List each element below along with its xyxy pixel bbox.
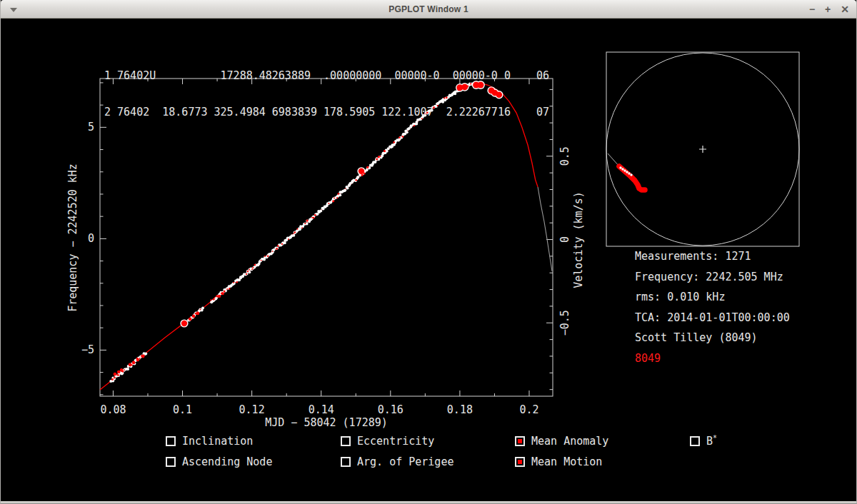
tca-value: TCA: 2014-01-01T00:00:00 xyxy=(635,312,790,325)
svg-text:5: 5 xyxy=(88,121,94,133)
observer-name: Scott Tilley (8049) xyxy=(635,332,758,345)
sky-track-point xyxy=(621,168,623,170)
tle-line-1: 1 76402U 17288.48263889 .00000000 00000-… xyxy=(104,70,549,82)
svg-text:0.16: 0.16 xyxy=(378,403,404,416)
minimize-button[interactable]: − xyxy=(809,0,815,19)
control-eccentricity[interactable]: Eccentricity xyxy=(341,435,434,448)
checkbox-label-mean-motion: Mean Motion xyxy=(531,455,602,468)
close-button[interactable]: ✕ xyxy=(841,0,849,19)
window-bottom-edge xyxy=(1,501,856,503)
titlebar[interactable]: PGPLOT Window 1 − + ✕ xyxy=(1,0,856,19)
measurements-count: Measurements: 1271 xyxy=(635,251,751,263)
checkbox-inclination[interactable] xyxy=(166,436,176,446)
checkbox-label-inclination: Inclination xyxy=(182,435,253,448)
checkbox-mean-anomaly[interactable] xyxy=(515,436,525,446)
sky-track-point xyxy=(619,166,621,168)
svg-text:0.18: 0.18 xyxy=(447,403,473,416)
tle-block: 1 76402U 17288.48263889 .00000000 00000-… xyxy=(104,46,549,143)
x-axis-title: MJD − 58042 (17289) xyxy=(265,416,388,429)
control-mean-anomaly[interactable]: Mean Anomaly xyxy=(515,435,608,448)
checkbox-arg-of-perigee[interactable] xyxy=(341,457,351,467)
control-mean-motion[interactable]: Mean Motion xyxy=(515,455,602,468)
rms-value: rms: 0.010 kHz xyxy=(635,291,725,304)
sky-track-point xyxy=(626,171,628,173)
sky-track-point xyxy=(630,173,632,176)
checkbox-eccentricity[interactable] xyxy=(341,436,351,446)
svg-text:0.14: 0.14 xyxy=(309,403,334,416)
sky-center-marker xyxy=(699,146,706,153)
sky-track-point xyxy=(623,169,626,171)
pgplot-window: PGPLOT Window 1 − + ✕ 0.080.10.120.140.1… xyxy=(0,0,857,504)
window-title: PGPLOT Window 1 xyxy=(389,4,468,14)
axis-labels: 0.080.10.120.140.160.180.250−50.50−0.5MJ… xyxy=(66,121,585,429)
svg-text:0.2: 0.2 xyxy=(519,403,538,416)
site-id: 8049 xyxy=(635,353,661,366)
svg-text:0.1: 0.1 xyxy=(173,403,192,416)
y-axis-title-right: Velocity (km/s) xyxy=(572,191,585,288)
checkbox-label-ascending-node: Ascending Node xyxy=(182,455,272,468)
frequency-value: Frequency: 2242.505 MHz xyxy=(635,271,783,284)
checkbox-label-arg-of-perigee: Arg. of Perigee xyxy=(357,455,453,468)
checkbox-label-bstar: B* xyxy=(706,435,717,448)
sky-track-point xyxy=(628,172,630,174)
window-buttons: − + ✕ xyxy=(809,0,849,19)
svg-text:0.08: 0.08 xyxy=(100,403,126,416)
window-menu-arrow-icon[interactable] xyxy=(10,8,17,16)
svg-text:−5: −5 xyxy=(81,343,94,356)
sky-inset xyxy=(606,52,799,246)
control-ascending-node[interactable]: Ascending Node xyxy=(166,455,272,468)
y-axis-title-left: Frequency − 2242520 kHz xyxy=(66,163,79,312)
control-inclination[interactable]: Inclination xyxy=(166,435,253,448)
svg-text:0.12: 0.12 xyxy=(239,403,265,416)
checkbox-mean-motion[interactable] xyxy=(515,457,525,467)
svg-text:0: 0 xyxy=(558,236,571,243)
svg-text:0: 0 xyxy=(88,232,94,245)
svg-text:0.5: 0.5 xyxy=(558,146,571,166)
tle-line-2: 2 76402 18.6773 325.4984 6983839 178.590… xyxy=(104,106,549,119)
control-bstar[interactable]: B* xyxy=(690,435,717,448)
checkbox-label-mean-anomaly: Mean Anomaly xyxy=(531,435,608,448)
control-arg-of-perigee[interactable]: Arg. of Perigee xyxy=(341,455,453,468)
svg-text:−0.5: −0.5 xyxy=(558,310,571,336)
fit-curve-extension xyxy=(538,187,552,271)
checkbox-ascending-node[interactable] xyxy=(166,457,176,467)
maximize-button[interactable]: + xyxy=(825,0,831,19)
checkbox-label-eccentricity: Eccentricity xyxy=(357,435,434,448)
checkbox-bstar[interactable] xyxy=(690,436,700,446)
